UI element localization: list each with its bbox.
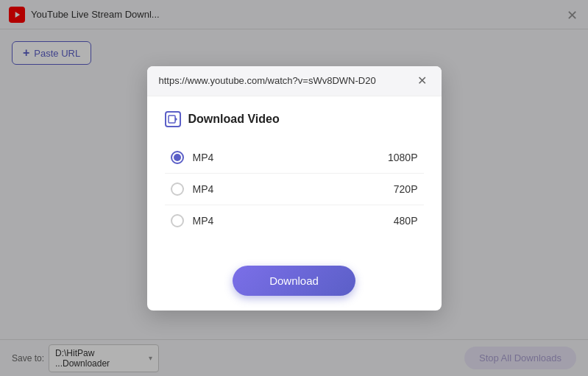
- radio-inner-1080p: [174, 154, 181, 161]
- format-option-1080p[interactable]: MP4 1080P: [165, 142, 424, 174]
- radio-1080p: [171, 151, 184, 164]
- modal-header: Download Video: [165, 111, 424, 127]
- format-quality-720p: 720P: [394, 183, 418, 195]
- format-quality-1080p: 1080P: [388, 152, 417, 163]
- svg-rect-0: [169, 116, 175, 123]
- modal-footer: Download: [147, 258, 442, 311]
- download-modal: https://www.youtube.com/watch?v=sWv8DWN-…: [147, 66, 442, 311]
- format-name-720p: MP4: [193, 183, 394, 195]
- modal-body: Download Video MP4 1080P MP4 720P: [147, 96, 442, 258]
- format-option-480p[interactable]: MP4 480P: [165, 205, 424, 236]
- format-name-480p: MP4: [193, 215, 394, 227]
- format-quality-480p: 480P: [394, 215, 418, 227]
- modal-close-button[interactable]: ✕: [415, 74, 430, 88]
- modal-title: Download Video: [188, 113, 280, 126]
- modal-url-text: https://www.youtube.com/watch?v=sWv8DWN-…: [159, 75, 415, 86]
- format-name-1080p: MP4: [193, 152, 389, 163]
- window-close-button[interactable]: ✕: [567, 7, 578, 24]
- radio-480p: [171, 214, 184, 227]
- format-option-720p[interactable]: MP4 720P: [165, 174, 424, 205]
- download-video-icon: [165, 111, 181, 127]
- modal-url-bar: https://www.youtube.com/watch?v=sWv8DWN-…: [147, 66, 442, 96]
- radio-720p: [171, 182, 184, 196]
- video-icon-svg: [168, 114, 178, 124]
- modal-overlay: https://www.youtube.com/watch?v=sWv8DWN-…: [0, 0, 588, 376]
- download-button[interactable]: Download: [233, 266, 355, 296]
- format-options-list: MP4 1080P MP4 720P MP4 480P: [165, 142, 424, 236]
- svg-marker-1: [175, 117, 177, 121]
- app-window: YouTube Live Stream Downl... ✕ + Paste U…: [0, 0, 588, 376]
